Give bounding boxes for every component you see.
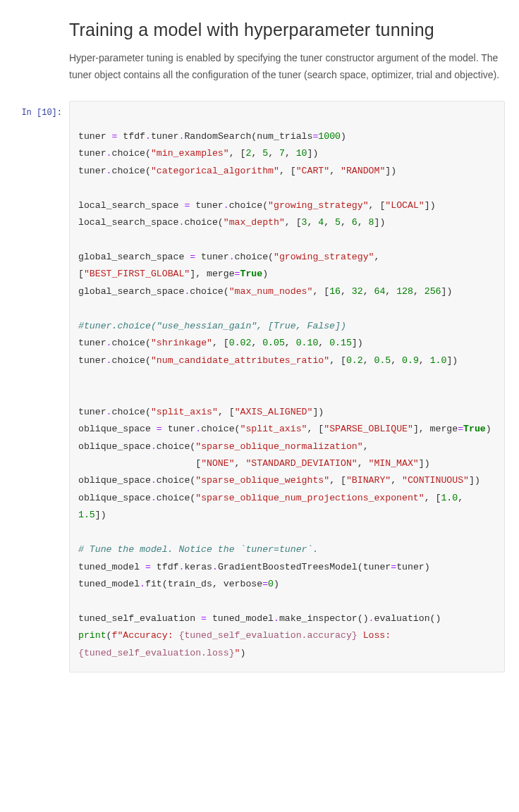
code-line: tuned_model.fit(train_ds, verbose=0) — [78, 579, 279, 589]
section-description: Hyper-parameter tuning is enabled by spe… — [69, 50, 505, 84]
code-line: tuner.choice("categorical_algorithm", ["… — [78, 166, 396, 176]
code-line: ["NONE", "STANDARD_DEVIATION", "MIN_MAX"… — [78, 458, 430, 469]
code-line: global_search_space = tuner.choice("grow… — [78, 252, 385, 279]
code-line: tuned_self_evaluation = tuned_model.make… — [78, 613, 441, 624]
code-line: tuner.choice("min_examples", [2, 5, 7, 1… — [78, 148, 318, 159]
code-line: tuner.choice("split_axis", ["AXIS_ALIGNE… — [78, 407, 324, 417]
code-line: tuner.choice("shrinkage", [0.02, 0.05, 0… — [78, 338, 363, 348]
code-line: global_search_space.choice("max_num_node… — [78, 286, 452, 297]
code-line: tuned_model = tfdf.keras.GradientBoosted… — [78, 562, 430, 572]
code-comment: #tuner.choice("use_hessian_gain", [True,… — [78, 321, 346, 331]
code-input-area[interactable]: tuner = tfdf.tuner.RandomSearch(num_tria… — [69, 101, 505, 673]
code-cell: In [10]: tuner = tfdf.tuner.RandomSearch… — [0, 101, 519, 673]
code-line: oblique_space.choice("sparse_oblique_num… — [78, 493, 469, 520]
code-line: local_search_space = tuner.choice("growi… — [78, 200, 436, 211]
notebook-page: Training a model with hyperparameter tun… — [0, 0, 519, 687]
input-prompt: In [10]: — [0, 101, 69, 673]
code-line: tuner = tfdf.tuner.RandomSearch(num_tria… — [78, 131, 346, 142]
code-line: tuner.choice("num_candidate_attributes_r… — [78, 355, 458, 366]
code-line: oblique_space.choice("sparse_oblique_wei… — [78, 475, 480, 486]
code-line: oblique_space.choice("sparse_oblique_nor… — [78, 441, 369, 452]
code-line: print(f"Accuracy: {tuned_self_evaluation… — [78, 630, 391, 658]
code-line: oblique_space = tuner.choice("split_axis… — [78, 424, 491, 434]
section-heading: Training a model with hyperparameter tun… — [69, 20, 505, 40]
markdown-cell: Training a model with hyperparameter tun… — [0, 20, 519, 84]
code-line: local_search_space.choice("max_depth", [… — [78, 217, 385, 228]
code-comment: # Tune the model. Notice the `tuner=tune… — [78, 544, 318, 555]
